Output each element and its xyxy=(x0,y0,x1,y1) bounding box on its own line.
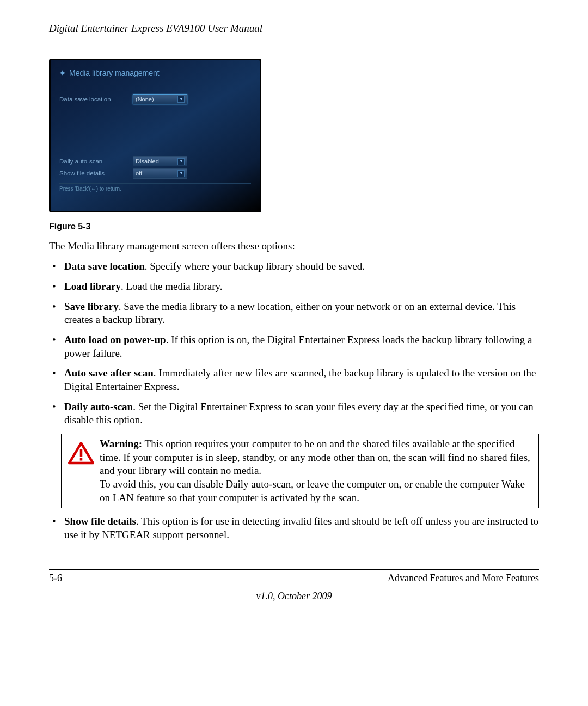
bullet-daily-auto-scan: Daily auto-scan. Set the Digital Enterta… xyxy=(62,400,539,427)
row-daily-auto-scan: Daily auto-scan Disabled ▾ xyxy=(59,156,251,166)
desc: . Save the media library to a new locati… xyxy=(64,301,516,326)
warning-label: Warning: xyxy=(100,438,142,449)
page-footer: 5-6 Advanced Features and More Features xyxy=(49,569,539,585)
term: Daily auto-scan xyxy=(64,401,133,412)
term: Show file details xyxy=(64,515,136,527)
term: Auto save after scan xyxy=(64,367,154,379)
svg-rect-2 xyxy=(80,458,83,461)
bullet-data-save: Data save location. Specify where your b… xyxy=(62,260,539,273)
intro-text: The Media library management screen offe… xyxy=(49,240,539,253)
desc: . Specify where your backup library shou… xyxy=(145,260,365,272)
bullet-list: Data save location. Specify where your b… xyxy=(49,260,539,427)
label-show-file-details: Show file details xyxy=(59,169,133,178)
svg-rect-1 xyxy=(80,449,83,457)
dropdown-daily-auto-scan-value: Disabled xyxy=(136,157,159,165)
dropdown-show-file-details-value: off xyxy=(136,169,142,177)
bullet-list-2: Show file details. This option is for us… xyxy=(49,515,539,541)
label-daily-auto-scan: Daily auto-scan xyxy=(59,157,133,166)
warning-body-2: To avoid this, you can disable Daily aut… xyxy=(100,478,533,504)
warning-box: Warning: This option requires your compu… xyxy=(61,434,539,508)
screenshot-media-library: ✦Media library management Data save loca… xyxy=(49,59,261,212)
bullet-auto-save: Auto save after scan. Immediately after … xyxy=(62,367,539,393)
bullet-save-library: Save library. Save the media library to … xyxy=(62,300,539,327)
version-line: v1.0, October 2009 xyxy=(49,590,539,602)
screenshot-title: ✦Media library management xyxy=(59,68,251,78)
row-data-save: Data save location (None) ▾ xyxy=(59,94,251,104)
warning-body-1: This option requires your computer to be… xyxy=(100,438,530,476)
bullet-auto-load: Auto load on power-up. If this option is… xyxy=(62,333,539,360)
bullet-load-library: Load library. Load the media library. xyxy=(62,280,539,294)
section-name: Advanced Features and More Features xyxy=(388,572,539,585)
warning-icon xyxy=(68,442,94,468)
label-data-save: Data save location xyxy=(59,95,133,104)
dropdown-show-file-details[interactable]: off ▾ xyxy=(133,168,187,178)
chevron-down-icon: ▾ xyxy=(177,170,185,177)
desc: . Set the Digital Entertainer Express to… xyxy=(64,401,534,426)
page-header: Digital Entertainer Express EVA9100 User… xyxy=(49,22,539,39)
figure-caption: Figure 5-3 xyxy=(49,221,539,233)
warning-text: Warning: This option requires your compu… xyxy=(100,437,533,504)
dropdown-data-save[interactable]: (None) ▾ xyxy=(133,94,187,104)
term: Load library xyxy=(64,281,121,292)
term: Auto load on power-up xyxy=(64,334,166,345)
screenshot-title-text: Media library management xyxy=(69,69,160,77)
term: Save library xyxy=(64,301,119,312)
page-number: 5-6 xyxy=(49,572,62,585)
desc: . Load the media library. xyxy=(121,281,223,292)
screenshot-hint: Press 'Back'(←) to return. xyxy=(59,183,251,192)
row-show-file-details: Show file details off ▾ xyxy=(59,168,251,178)
dropdown-data-save-value: (None) xyxy=(136,95,154,103)
plus-icon: ✦ xyxy=(59,69,66,77)
chevron-down-icon: ▾ xyxy=(177,96,185,103)
term: Data save location xyxy=(64,260,145,272)
dropdown-daily-auto-scan[interactable]: Disabled ▾ xyxy=(133,156,187,166)
bullet-show-file-details: Show file details. This option is for us… xyxy=(62,515,539,541)
chevron-down-icon: ▾ xyxy=(177,158,185,165)
